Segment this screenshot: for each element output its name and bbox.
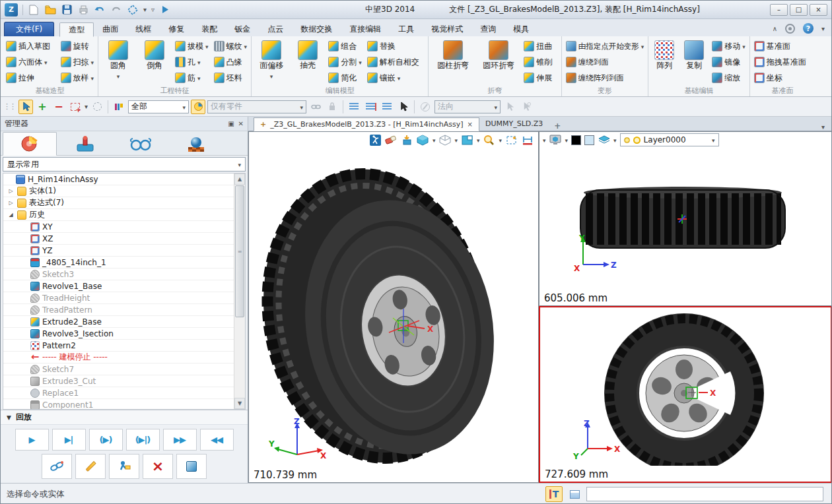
ribbon-button[interactable]: 拖拽基准面 xyxy=(753,57,813,68)
remove-selection-icon[interactable]: − xyxy=(52,100,66,114)
tab-close-icon[interactable]: × xyxy=(468,121,473,128)
ribbon-button[interactable]: 组合 xyxy=(327,41,363,52)
tree-item[interactable]: XZ xyxy=(3,233,234,245)
add-selection-icon[interactable]: + xyxy=(35,100,50,114)
dropdown-arrow[interactable] xyxy=(499,135,502,144)
layer-combobox[interactable]: Layer0000 xyxy=(620,133,719,146)
tree-item[interactable]: Replace1 xyxy=(3,387,234,399)
ribbon-button[interactable]: 螺纹 xyxy=(213,41,249,52)
tree-item[interactable]: TreadPattern xyxy=(3,304,234,316)
orientation-combobox[interactable]: 法向 xyxy=(434,100,501,113)
ribbon-button[interactable]: 筋 xyxy=(174,73,210,84)
delete-feature-button[interactable]: × xyxy=(143,454,173,479)
exit-assembly-icon[interactable] xyxy=(369,134,382,146)
scroll-up-icon[interactable]: ▲ xyxy=(234,173,245,185)
replay-button[interactable]: ▶ xyxy=(15,429,49,451)
replay-header[interactable]: ▼ 回放 xyxy=(1,410,248,425)
ribbon-tab[interactable]: 钣金 xyxy=(226,22,259,36)
ribbon-button[interactable]: 旋转 xyxy=(59,41,96,52)
restore-button[interactable]: □ xyxy=(790,4,808,16)
lasso-select-icon[interactable] xyxy=(90,100,104,114)
panel-close-icon[interactable]: ✕ xyxy=(238,120,244,127)
tree-scrollbar[interactable]: ▲ ≡ ▼ xyxy=(234,173,245,409)
scroll-down-icon[interactable]: ▼ xyxy=(234,398,245,409)
tab-list-dropdown-icon[interactable]: ▾ xyxy=(815,123,831,131)
dropdown-arrow[interactable] xyxy=(477,135,480,144)
pick-arrow-icon[interactable] xyxy=(396,100,411,114)
ribbon-button[interactable]: 镶嵌 xyxy=(366,73,426,84)
open-file-icon[interactable] xyxy=(44,4,56,16)
ribbon-button[interactable]: 缠绕阵列到面 xyxy=(565,73,646,83)
ribbon-tab[interactable]: 直接编辑 xyxy=(341,22,390,36)
tab-visual-manager[interactable] xyxy=(169,133,223,155)
ribbon-tab[interactable]: 模具 xyxy=(504,22,537,36)
ribbon-tab[interactable]: 装配 xyxy=(193,22,226,36)
ribbon-button[interactable]: 移动 xyxy=(711,41,747,52)
viewport-main[interactable]: X Z X Y 710.739 mm xyxy=(248,131,539,483)
save-icon[interactable] xyxy=(61,4,73,16)
view-rotate-icon[interactable] xyxy=(127,4,139,16)
panel-float-icon[interactable]: ▣ xyxy=(228,120,234,127)
tree-item[interactable]: Sketch7 xyxy=(3,363,234,375)
tree-item[interactable]: Extrude3_Cut xyxy=(3,375,234,387)
render-mode-icon[interactable] xyxy=(549,134,562,146)
scrollbar-thumb[interactable]: ≡ xyxy=(235,185,244,317)
viewport-layout-icon[interactable] xyxy=(461,134,473,146)
pick-last-icon[interactable] xyxy=(347,100,361,114)
minimize-ribbon-icon[interactable]: ∧ xyxy=(773,25,777,32)
play-macro-icon[interactable] xyxy=(159,4,171,16)
viewport-side[interactable]: Layer0000 Y xyxy=(539,131,832,306)
pick-related-icon[interactable] xyxy=(363,100,378,114)
dropdown-arrow[interactable] xyxy=(543,135,546,144)
zoom-window-icon[interactable] xyxy=(505,134,518,146)
tree-item[interactable]: XY xyxy=(3,221,234,233)
undo-icon[interactable] xyxy=(94,4,106,16)
ribbon-button[interactable]: 凸缘 xyxy=(213,57,249,68)
background-color-swatch[interactable] xyxy=(571,135,581,145)
pick-cursor-icon[interactable] xyxy=(18,100,33,114)
ribbon-button-pattern[interactable]: 阵列 xyxy=(651,38,677,71)
ribbon-tab[interactable]: 数据交换 xyxy=(292,22,341,36)
tree-item[interactable]: ▷ 实体(1) xyxy=(3,185,234,197)
help-icon[interactable]: ? xyxy=(803,23,814,34)
replay-button[interactable]: (▶|) xyxy=(126,429,160,451)
ribbon-button[interactable]: 扫掠 xyxy=(59,57,96,68)
quick-access-dropdown-icon[interactable]: ▾ xyxy=(143,6,147,13)
ribbon-button[interactable]: 拔模 xyxy=(174,41,210,52)
pick-scope-icon[interactable] xyxy=(191,100,205,114)
ribbon-tab[interactable]: 工具 xyxy=(390,22,423,36)
ribbon-tab[interactable]: 曲面 xyxy=(94,22,127,36)
wireframe-display-icon[interactable] xyxy=(438,134,451,146)
new-tab-button[interactable]: + xyxy=(549,121,566,131)
tree-item[interactable]: Revolve3_Isection xyxy=(3,328,234,340)
tree-expander-icon[interactable]: ▷ xyxy=(7,188,15,194)
tree-item[interactable]: Revolve1_Base xyxy=(3,280,234,292)
dropdown-arrow[interactable] xyxy=(565,135,569,144)
ribbon-button-face-offset[interactable]: 面偏移 xyxy=(254,38,289,80)
dropdown-arrow[interactable] xyxy=(454,135,458,144)
replay-button[interactable]: ▶| xyxy=(52,429,86,451)
pick-all-icon[interactable] xyxy=(380,100,394,114)
layer-icon[interactable] xyxy=(598,134,610,146)
stop-replay-button[interactable] xyxy=(176,454,207,479)
ribbon-tab[interactable]: 视觉样式 xyxy=(423,22,471,36)
replay-button[interactable]: ◀◀ xyxy=(200,429,234,451)
regen-part-icon[interactable] xyxy=(401,134,413,146)
ribbon-button-shell[interactable]: 抽壳 xyxy=(291,38,325,71)
tab-assembly-manager[interactable] xyxy=(58,133,112,155)
app-logo-icon[interactable]: Z xyxy=(5,3,18,16)
window-select-dropdown-icon[interactable]: ▾ xyxy=(85,103,88,110)
tab-visibility-manager[interactable] xyxy=(114,133,168,155)
ribbon-tab[interactable]: 查询 xyxy=(471,22,504,36)
measure-icon[interactable] xyxy=(521,134,534,146)
dropdown-arrow[interactable] xyxy=(613,135,617,144)
ribbon-button[interactable]: 简化 xyxy=(327,73,363,84)
tree-item[interactable]: Component1 xyxy=(3,399,234,409)
viewport-front-active[interactable]: X Z X Y 727.609 mm xyxy=(539,306,832,483)
erase-icon[interactable] xyxy=(385,134,398,146)
ribbon-button[interactable]: 缠绕到面 xyxy=(565,57,646,67)
file-menu-button[interactable]: 文件(F) xyxy=(4,22,54,36)
filter-icon[interactable] xyxy=(112,100,126,114)
minimize-button[interactable]: – xyxy=(770,4,788,16)
tree-item[interactable]: ◢ 历史 xyxy=(3,209,234,221)
